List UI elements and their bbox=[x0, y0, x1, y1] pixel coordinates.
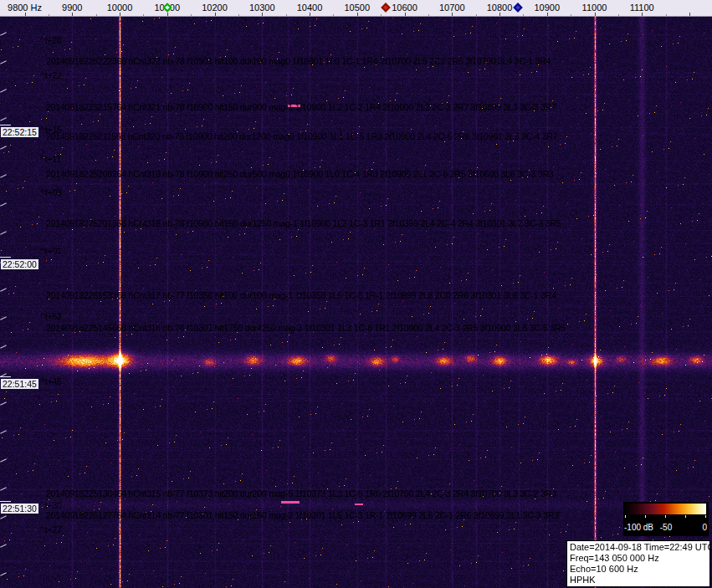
time-tick-line bbox=[0, 376, 11, 377]
time-tick-line bbox=[0, 501, 11, 502]
freq-label: 10900 bbox=[534, 3, 560, 13]
freq-tick bbox=[476, 14, 477, 16]
time-offset-text: t+22 bbox=[45, 70, 62, 80]
time-offset-label: ^t+15 bbox=[40, 125, 62, 135]
time-offset-label: ^t+30 bbox=[40, 500, 62, 510]
tick-caret-icon: ^ bbox=[40, 246, 44, 256]
detection-line: 20140918225222368 hCnt322 nb-78 f10901 h… bbox=[46, 56, 551, 66]
freq-tick bbox=[143, 14, 144, 16]
freq-label: 9900 bbox=[62, 3, 82, 13]
legend-tick bbox=[665, 515, 666, 518]
time-offset-label: ^t+22 bbox=[40, 70, 62, 80]
freq-tick bbox=[357, 13, 358, 16]
freq-tick bbox=[191, 14, 192, 16]
tick-caret-icon: ^ bbox=[40, 376, 44, 386]
time-offset-label: ^t+53 bbox=[40, 311, 62, 321]
freq-tick bbox=[499, 13, 500, 16]
freq-tick bbox=[120, 13, 120, 16]
freq-label: 10400 bbox=[297, 3, 323, 13]
time-offset-text: t+01 bbox=[45, 246, 62, 256]
freq-marker-red-diamond-icon[interactable] bbox=[381, 3, 390, 12]
legend-label-max: 0 bbox=[702, 523, 707, 532]
time-offset-label: ^t+01 bbox=[40, 246, 62, 256]
time-offset-text: t+26 bbox=[45, 35, 62, 45]
freq-tick bbox=[642, 13, 643, 16]
legend-tick bbox=[685, 515, 686, 518]
clock-time-label: 22:51:45 bbox=[1, 379, 38, 390]
time-offset-label: ^t+45 bbox=[40, 376, 62, 386]
freq-tick bbox=[25, 13, 26, 16]
clock-time-label: 22:52:00 bbox=[1, 259, 38, 270]
detection-line: 20140918225208264 hCnt319 nb-78 f10900 h… bbox=[46, 169, 554, 179]
tick-caret-icon: ^ bbox=[40, 311, 44, 321]
time-offset-text: t+08 bbox=[45, 187, 62, 197]
time-tick-line bbox=[0, 125, 11, 125]
freq-tick bbox=[96, 14, 97, 16]
freq-tick bbox=[405, 13, 406, 16]
detection-line: 20140918225153368 hCnt317 nb-77 f10358 h… bbox=[46, 290, 556, 300]
info-frequency: Freq=143 050 000 Hz bbox=[570, 553, 707, 564]
time-offset-text: t+11 bbox=[45, 154, 61, 164]
freq-label: 11100 bbox=[630, 3, 654, 13]
info-station-id: HPHK bbox=[570, 575, 707, 585]
time-offset-label: ^t+26 bbox=[40, 35, 62, 45]
freq-label: 10500 bbox=[344, 3, 370, 13]
freq-label: 10600 bbox=[392, 3, 417, 13]
tick-caret-icon: ^ bbox=[40, 500, 44, 510]
tick-caret-icon: ^ bbox=[40, 524, 44, 534]
freq-tick bbox=[547, 13, 548, 16]
freq-tick bbox=[618, 14, 619, 16]
observation-info-box: Date=2014-09-18 Time=22:49 UTC Freq=143 … bbox=[566, 540, 710, 587]
freq-tick bbox=[72, 13, 73, 16]
freq-tick bbox=[333, 14, 334, 16]
freq-label: 10000 bbox=[107, 3, 133, 13]
freq-tick bbox=[310, 13, 310, 16]
time-offset-text: t+53 bbox=[45, 311, 62, 321]
freq-label: 9800 Hz bbox=[8, 3, 42, 13]
legend-tick bbox=[645, 515, 646, 518]
freq-tick bbox=[262, 13, 263, 16]
freq-label: 10700 bbox=[439, 3, 465, 13]
tick-caret-icon: ^ bbox=[40, 125, 44, 135]
legend-label-min: -100 dB bbox=[624, 523, 653, 532]
tick-caret-icon: ^ bbox=[40, 70, 44, 80]
freq-label: 10300 bbox=[249, 3, 275, 13]
freq-tick bbox=[595, 13, 596, 16]
info-echo: Echo=10 600 Hz bbox=[570, 564, 707, 575]
spectrogram-display: 9800 Hz990010000101001020010300104001050… bbox=[0, 0, 712, 588]
freq-tick bbox=[238, 14, 239, 16]
freq-tick bbox=[666, 14, 667, 16]
freq-label: 10200 bbox=[202, 3, 228, 13]
freq-label: 10800 bbox=[487, 3, 513, 13]
detection-line: 20140918225130464 hCnt315 nb-77 f10373 h… bbox=[46, 488, 556, 499]
info-date-time: Date=2014-09-18 Time=22:49 UTC bbox=[570, 542, 707, 553]
color-scale-legend: -100 dB -50 0 bbox=[623, 502, 709, 536]
freq-marker-blue-diamond-icon[interactable] bbox=[513, 3, 522, 12]
freq-tick bbox=[286, 14, 287, 16]
legend-tick bbox=[705, 515, 706, 518]
time-offset-text: t+45 bbox=[45, 376, 62, 386]
detection-line: 20140918225127764 hCnt314 nb-77 f10301 h… bbox=[46, 510, 559, 520]
freq-label: 11000 bbox=[582, 3, 607, 13]
tick-caret-icon: ^ bbox=[40, 187, 44, 197]
tick-caret-icon: ^ bbox=[40, 154, 44, 164]
time-offset-text: t+30 bbox=[45, 500, 62, 510]
legend-label-mid: -50 bbox=[660, 523, 672, 532]
freq-tick bbox=[49, 14, 49, 16]
clock-time-label: 22:52:15 bbox=[1, 127, 38, 138]
freq-tick bbox=[428, 14, 429, 16]
clock-time-label: 22:51:30 bbox=[1, 504, 38, 514]
tick-caret-icon: ^ bbox=[40, 35, 44, 45]
detection-line: 20140918225211568 hCnt320 nb-79 f10900 h… bbox=[46, 131, 557, 141]
detection-line: 20140918225201368 hCnt318 nb-78 f10900 h… bbox=[46, 218, 561, 228]
freq-tick bbox=[523, 14, 524, 16]
time-offset-text: t+15 bbox=[45, 125, 62, 135]
frequency-axis: 9800 Hz990010000101001020010300104001050… bbox=[0, 0, 712, 17]
legend-tick bbox=[625, 515, 626, 518]
freq-tick bbox=[381, 14, 382, 16]
time-tick-line bbox=[0, 257, 11, 258]
freq-tick bbox=[167, 13, 168, 16]
time-offset-label: ^t+27 bbox=[40, 524, 62, 534]
detection-line: 20140918225215764 hCnt321 nb-78 f10900 h… bbox=[46, 102, 556, 112]
time-offset-text: t+27 bbox=[45, 524, 62, 534]
